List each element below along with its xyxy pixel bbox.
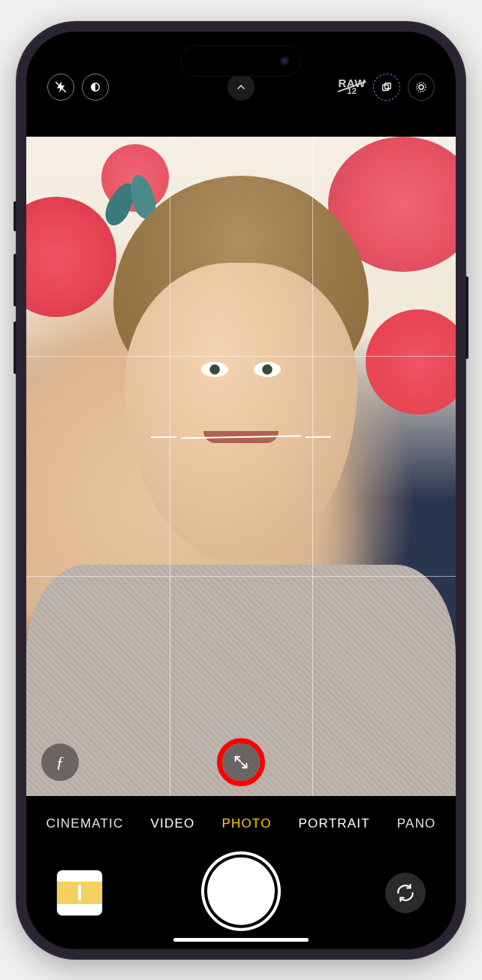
svg-rect-3	[385, 83, 391, 89]
mode-cinematic[interactable]: CINEMATIC	[46, 816, 123, 831]
photographic-styles-button[interactable]	[373, 74, 400, 101]
mode-photo[interactable]: PHOTO	[221, 816, 271, 831]
aperture-icon: ƒ	[56, 752, 65, 772]
camera-mode-selector[interactable]: CINEMATIC VIDEO PHOTO PORTRAIT PANO	[26, 804, 456, 844]
flash-toggle-button[interactable]	[47, 74, 74, 101]
camera-preview-image	[26, 137, 456, 796]
svg-point-4	[419, 85, 423, 89]
flash-off-icon	[54, 80, 68, 94]
proraw-stack-icon	[380, 80, 393, 94]
last-photo-thumbnail[interactable]	[56, 870, 103, 916]
chevron-up-icon	[235, 81, 247, 93]
iphone-frame: RAW 12	[16, 21, 466, 960]
side-button	[465, 276, 468, 359]
camera-bottom-controls	[26, 844, 456, 949]
mode-video[interactable]: VIDEO	[151, 816, 195, 831]
mode-pano[interactable]: PANO	[397, 816, 436, 831]
expand-arrows-icon	[233, 754, 249, 770]
camera-controls-drawer-button[interactable]	[227, 74, 255, 101]
mode-portrait[interactable]: PORTRAIT	[299, 816, 370, 831]
camera-flip-icon	[396, 883, 415, 903]
svg-point-5	[417, 83, 426, 92]
volume-down-button	[14, 321, 17, 374]
selfie-zoom-button[interactable]	[222, 743, 260, 781]
mute-switch	[14, 201, 17, 231]
viewfinder[interactable]: ƒ	[26, 137, 456, 796]
camera-flip-button[interactable]	[385, 873, 426, 913]
volume-up-button	[14, 254, 17, 306]
raw-toggle-button[interactable]: RAW 12	[339, 78, 366, 95]
screen: RAW 12	[26, 32, 456, 949]
night-mode-button[interactable]	[82, 74, 109, 101]
live-photo-button[interactable]	[408, 74, 435, 101]
live-photo-icon	[414, 80, 428, 94]
night-mode-icon	[89, 80, 102, 94]
shutter-button[interactable]	[207, 857, 275, 924]
depth-control-button[interactable]: ƒ	[41, 743, 79, 781]
svg-rect-2	[383, 85, 389, 91]
home-indicator[interactable]	[173, 938, 309, 942]
dynamic-island	[181, 45, 301, 77]
